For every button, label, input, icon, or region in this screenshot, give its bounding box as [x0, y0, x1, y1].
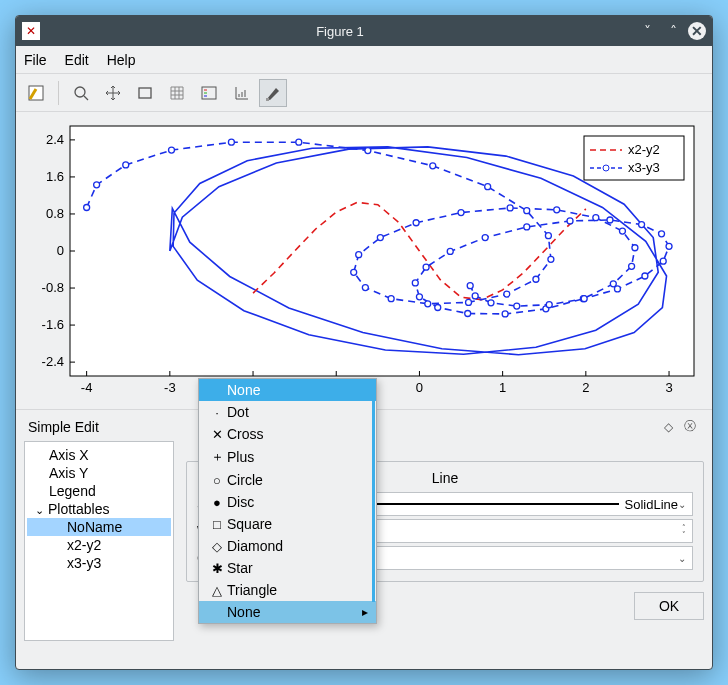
svg-text:1.6: 1.6 [46, 169, 64, 184]
style-value: SolidLine [625, 497, 679, 512]
marker-option-cross[interactable]: ✕Cross [199, 423, 376, 445]
svg-point-47 [430, 163, 436, 169]
plot-area[interactable]: -4-3-2-10123-2.4-1.6-0.800.81.62.4x2-y2x… [16, 112, 712, 410]
tool-axes-icon[interactable] [227, 79, 255, 107]
marker-option-dot[interactable]: ·Dot [199, 401, 376, 423]
svg-point-1 [75, 87, 85, 97]
tool-zoom-icon[interactable] [67, 79, 95, 107]
maximize-button[interactable]: ˄ [662, 20, 684, 42]
svg-rect-8 [266, 98, 269, 101]
tool-legend-icon[interactable] [195, 79, 223, 107]
marker-option-square[interactable]: □Square [199, 513, 376, 535]
marker-label: None [227, 382, 260, 398]
svg-text:x2-y2: x2-y2 [628, 142, 660, 157]
marker-glyph: ○ [207, 473, 227, 488]
svg-text:-4: -4 [81, 380, 93, 395]
svg-point-87 [642, 273, 648, 279]
menu-scrollbar[interactable] [372, 380, 375, 602]
svg-point-45 [296, 139, 302, 145]
svg-point-88 [614, 286, 620, 292]
tree-noname[interactable]: NoName [27, 518, 171, 536]
marker-menu-current[interactable]: None▸ [199, 601, 376, 623]
marker-glyph: △ [207, 583, 227, 598]
menu-help[interactable]: Help [107, 52, 136, 68]
svg-point-77 [423, 264, 429, 270]
marker-menu[interactable]: None·Dot✕Cross＋Plus○Circle●Disc□Square◇D… [198, 378, 377, 624]
marker-glyph: ● [207, 495, 227, 510]
marker-glyph: ◇ [207, 539, 227, 554]
svg-point-86 [660, 258, 666, 264]
svg-point-68 [629, 263, 635, 269]
svg-text:-3: -3 [164, 380, 176, 395]
simple-edit-title: Simple Edit [28, 419, 99, 435]
marker-glyph: ✕ [207, 427, 227, 442]
tool-rect-icon[interactable] [131, 79, 159, 107]
marker-label: Square [227, 516, 272, 532]
svg-point-55 [425, 301, 431, 307]
tree-x2y2[interactable]: x2-y2 [27, 536, 171, 554]
svg-point-75 [416, 294, 422, 300]
svg-point-67 [632, 245, 638, 251]
svg-point-76 [412, 280, 418, 286]
tool-script-icon[interactable] [22, 79, 50, 107]
svg-point-92 [488, 300, 494, 306]
svg-text:x3-y3: x3-y3 [628, 160, 660, 175]
svg-point-89 [581, 296, 587, 302]
svg-point-60 [377, 235, 383, 241]
svg-point-64 [554, 207, 560, 213]
cursor-icon: ▸ [362, 605, 368, 619]
titlebar[interactable]: ✕ Figure 1 ˅ ˄ ✕ [16, 16, 712, 46]
svg-text:-2.4: -2.4 [42, 354, 64, 369]
tool-grid-icon[interactable] [163, 79, 191, 107]
svg-point-46 [365, 148, 371, 154]
tree-axis-x[interactable]: Axis X [27, 446, 171, 464]
marker-option-none[interactable]: None [199, 379, 376, 401]
svg-point-66 [619, 228, 625, 234]
tree-axis-y[interactable]: Axis Y [27, 464, 171, 482]
svg-point-41 [94, 182, 100, 188]
tree-legend[interactable]: Legend [27, 482, 171, 500]
svg-point-93 [472, 293, 478, 299]
svg-point-40 [84, 204, 90, 210]
svg-point-83 [639, 222, 645, 228]
marker-option-star[interactable]: ✱Star [199, 557, 376, 579]
svg-point-48 [485, 184, 491, 190]
svg-text:0: 0 [416, 380, 423, 395]
ok-button[interactable]: OK [634, 592, 704, 620]
marker-glyph: · [207, 405, 227, 420]
svg-point-59 [356, 252, 362, 258]
svg-point-74 [435, 304, 441, 310]
close-panel-icon[interactable]: ⓧ [684, 418, 700, 435]
marker-glyph: ＋ [207, 448, 227, 466]
svg-point-81 [567, 218, 573, 224]
marker-glyph: □ [207, 517, 227, 532]
marker-label: Dot [227, 404, 249, 420]
menu-file[interactable]: File [24, 52, 47, 68]
plottable-tree[interactable]: Axis X Axis Y Legend Plottables NoName x… [24, 441, 174, 641]
close-button[interactable]: ✕ [688, 22, 706, 40]
svg-text:-1.6: -1.6 [42, 317, 64, 332]
marker-option-triangle[interactable]: △Triangle [199, 579, 376, 601]
svg-point-65 [593, 215, 599, 221]
svg-point-99 [603, 165, 609, 171]
marker-label: Diamond [227, 538, 283, 554]
svg-point-91 [514, 303, 520, 309]
marker-option-diamond[interactable]: ◇Diamond [199, 535, 376, 557]
svg-text:0: 0 [57, 243, 64, 258]
marker-option-plus[interactable]: ＋Plus [199, 445, 376, 469]
svg-line-2 [84, 96, 88, 100]
svg-point-52 [533, 276, 539, 282]
tool-annotate-icon[interactable] [259, 79, 287, 107]
menu-edit[interactable]: Edit [65, 52, 89, 68]
marker-label: Cross [227, 426, 264, 442]
marker-option-disc[interactable]: ●Disc [199, 491, 376, 513]
tool-pan-icon[interactable] [99, 79, 127, 107]
tree-x3y3[interactable]: x3-y3 [27, 554, 171, 572]
minimize-button[interactable]: ˅ [636, 20, 658, 42]
svg-text:2.4: 2.4 [46, 132, 64, 147]
marker-option-circle[interactable]: ○Circle [199, 469, 376, 491]
marker-label: Star [227, 560, 253, 576]
svg-point-63 [507, 205, 513, 211]
detach-icon[interactable]: ◇ [664, 420, 680, 434]
tree-plottables[interactable]: Plottables [27, 500, 171, 518]
